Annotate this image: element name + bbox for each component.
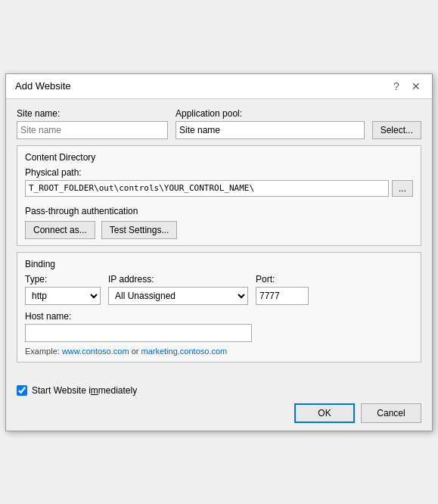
close-icon[interactable]: ✕: [409, 80, 423, 92]
start-website-label: Start Website immediately: [32, 385, 137, 396]
ip-select[interactable]: All Unassigned: [108, 287, 248, 305]
hostname-label: Host name:: [25, 311, 413, 322]
add-website-dialog: Add Website ? ✕ Site name: Application p…: [5, 73, 433, 431]
binding-title: Binding: [25, 259, 413, 269]
start-website-row: Start Website immediately: [17, 385, 421, 396]
physical-path-label: Physical path:: [25, 167, 413, 178]
select-button[interactable]: Select...: [372, 121, 421, 139]
port-label: Port:: [256, 274, 309, 285]
title-bar-controls: ? ✕: [390, 80, 423, 92]
dialog-body: Site name: Application pool: Select... C…: [6, 99, 432, 378]
example-text: Example: www.contoso.com or marketing.co…: [25, 347, 413, 356]
physical-path-group: Physical path: ...: [25, 167, 413, 203]
connect-as-button[interactable]: Connect as...: [25, 221, 95, 239]
type-group: Type: http https: [25, 274, 101, 305]
passthrough-label: Pass-through authentication: [25, 206, 413, 216]
title-text: Add Website: [15, 80, 70, 92]
physical-path-input[interactable]: [25, 180, 389, 197]
cancel-button[interactable]: Cancel: [361, 403, 421, 423]
example-or: or: [129, 347, 141, 356]
ok-cancel-row: OK Cancel: [17, 403, 421, 423]
app-pool-input[interactable]: [176, 121, 365, 139]
title-bar: Add Website ? ✕: [6, 74, 432, 99]
action-buttons: Connect as... Test Settings...: [25, 221, 413, 239]
type-select[interactable]: http https: [25, 287, 101, 305]
footer-area: Start Website immediately OK Cancel: [6, 378, 432, 431]
test-settings-button[interactable]: Test Settings...: [101, 221, 178, 239]
site-app-pool-row: Site name: Application pool: Select...: [17, 108, 421, 139]
ok-button[interactable]: OK: [294, 403, 355, 423]
port-input[interactable]: [256, 287, 309, 305]
example-link-2[interactable]: marketing.contoso.com: [141, 347, 227, 356]
app-pool-group: Application pool:: [176, 108, 365, 139]
app-pool-label: Application pool:: [176, 108, 365, 119]
content-directory-section: Content Directory Physical path: ... Pas…: [17, 145, 421, 246]
binding-section: Binding Type: http https IP address: All…: [17, 252, 421, 362]
ip-group: IP address: All Unassigned: [108, 274, 248, 305]
site-name-label: Site name:: [17, 108, 168, 119]
start-website-checkbox[interactable]: [17, 385, 27, 396]
help-icon[interactable]: ?: [390, 80, 403, 92]
binding-row: Type: http https IP address: All Unassig…: [25, 274, 413, 305]
browse-button[interactable]: ...: [392, 180, 413, 197]
dialog-title: Add Website: [15, 80, 70, 92]
content-directory-title: Content Directory: [25, 152, 413, 163]
path-row: ...: [25, 180, 413, 197]
hostname-input[interactable]: [25, 324, 252, 342]
hostname-group: Host name:: [25, 311, 413, 342]
example-prefix: Example:: [25, 347, 62, 356]
example-link-1[interactable]: www.contoso.com: [62, 347, 129, 356]
site-name-input[interactable]: [17, 121, 168, 139]
ip-label: IP address:: [108, 274, 248, 285]
port-group: Port:: [256, 274, 309, 305]
type-label: Type:: [25, 274, 101, 285]
site-name-group: Site name:: [17, 108, 168, 139]
